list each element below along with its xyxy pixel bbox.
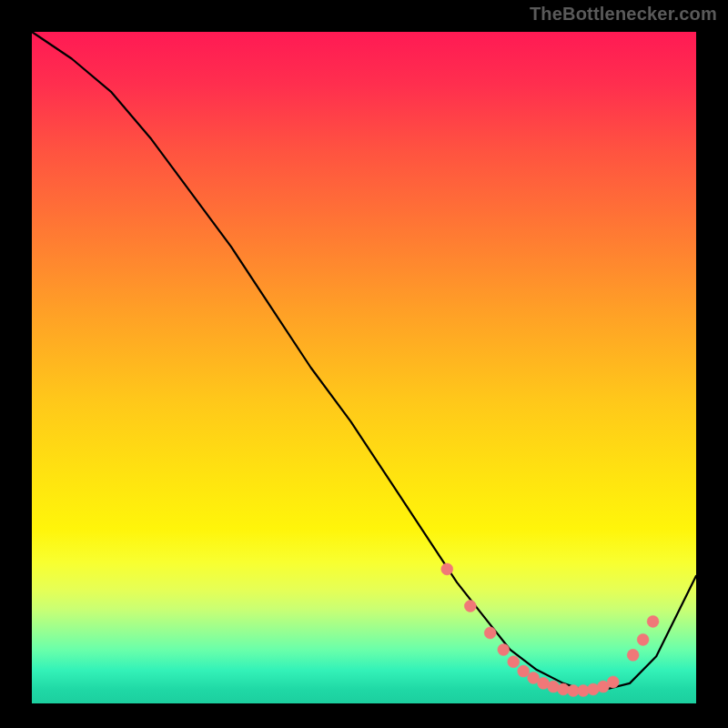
curve-marker (508, 656, 520, 668)
chart-svg (32, 32, 696, 703)
bottleneck-curve (32, 32, 696, 690)
curve-marker (647, 615, 659, 627)
curve-marker (637, 633, 649, 645)
curve-marker (484, 627, 496, 639)
chart-area (32, 32, 696, 703)
curve-marker (607, 676, 619, 688)
curve-marker (441, 563, 453, 575)
curve-marker (498, 643, 510, 655)
curve-marker (518, 665, 530, 677)
attribution-text: TheBottlenecker.com (530, 4, 717, 25)
curve-marker (464, 600, 476, 612)
curve-marker (627, 649, 639, 661)
